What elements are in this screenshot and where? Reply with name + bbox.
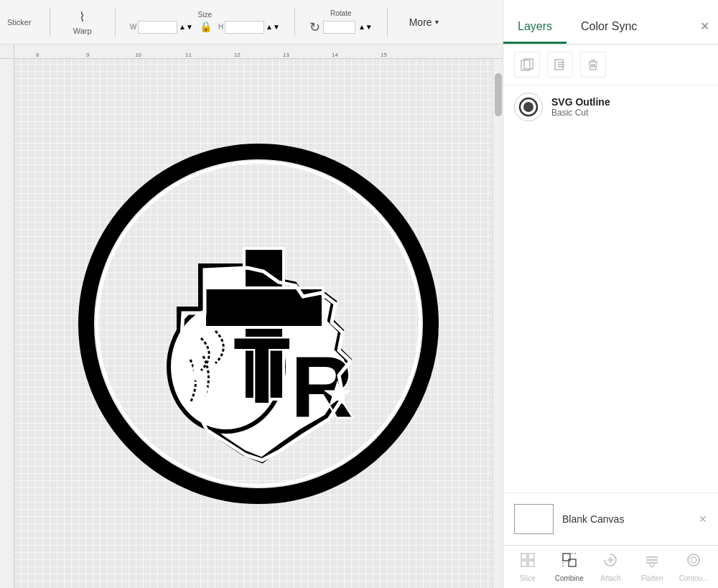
combine-button[interactable]: Combine <box>551 551 587 582</box>
design-svg[interactable]: T R <box>72 137 445 510</box>
height-input[interactable] <box>225 21 264 34</box>
scrollbar-vertical[interactable] <box>493 59 503 588</box>
tab-layers[interactable]: Layers <box>503 20 567 44</box>
combine-icon <box>561 551 578 572</box>
slice-icon <box>519 551 536 572</box>
ruler-corner <box>0 45 14 59</box>
more-button[interactable]: More <box>402 14 446 31</box>
blank-canvas-thumbnail <box>514 504 554 534</box>
height-stepper[interactable]: ▲▼ <box>266 23 280 31</box>
slice-label: Slice <box>520 574 536 582</box>
ruler-horizontal: 8 9 10 11 12 13 14 15 <box>14 45 503 59</box>
copy-icon <box>520 57 534 72</box>
tab-color-sync[interactable]: Color Sync <box>567 20 651 44</box>
attach-icon <box>602 551 619 572</box>
blank-canvas-close[interactable]: ✕ <box>699 513 707 525</box>
grid-canvas[interactable]: T R <box>14 59 503 588</box>
scrollbar-thumb[interactable] <box>495 73 502 116</box>
copy-to-canvas-button[interactable] <box>514 52 540 78</box>
separator-2 <box>115 8 116 37</box>
warp-tool[interactable]: ⌇ Warp <box>65 9 101 35</box>
combine-label: Combine <box>555 574 584 582</box>
ruler-tick-10: 10 <box>135 52 141 58</box>
svg-rect-23 <box>528 561 534 566</box>
ruler-tick-15: 15 <box>381 52 387 58</box>
size-label: Size <box>198 11 212 19</box>
svg-point-19 <box>523 102 533 112</box>
duplicate-icon <box>553 57 567 72</box>
duplicate-button[interactable] <box>547 52 573 78</box>
flatten-label: Flatten <box>641 574 663 582</box>
svg-rect-22 <box>521 561 527 566</box>
svg-rect-20 <box>521 554 527 559</box>
width-stepper[interactable]: ▲▼ <box>179 23 193 31</box>
ruler-vertical <box>0 59 14 588</box>
sticker-label: Sticker <box>7 18 32 27</box>
lock-icon[interactable]: 🔒 <box>200 21 212 34</box>
blank-canvas-label: Blank Canvas <box>562 513 624 525</box>
ruler-tick-8: 8 <box>36 52 39 58</box>
attach-label: Attach <box>600 574 620 582</box>
panel-tabs: Layers Color Sync ✕ <box>503 0 718 45</box>
warp-label: Warp <box>73 27 92 35</box>
contour-label: Contou... <box>679 574 709 582</box>
panel-toolbar <box>503 45 718 85</box>
svg-point-33 <box>688 554 699 566</box>
size-group: Size W ▲▼ 🔒 H ▲▼ <box>130 11 280 34</box>
panel-spacer <box>503 129 718 493</box>
slice-button[interactable]: Slice <box>510 551 546 582</box>
rotate-group: Rotate ↻ ▲▼ <box>309 9 373 35</box>
blank-canvas-area[interactable]: Blank Canvas ✕ <box>503 493 718 545</box>
layer-thumbnail <box>514 93 543 121</box>
svg-text:T: T <box>233 318 290 423</box>
layer-type: Basic Cut <box>551 108 707 118</box>
svg-rect-21 <box>528 554 534 559</box>
layer-thumb-svg <box>518 97 538 117</box>
width-input[interactable] <box>138 21 177 34</box>
ruler-tick-12: 12 <box>234 52 241 58</box>
rotate-icon: ↻ <box>309 19 320 35</box>
ruler-tick-9: 9 <box>86 52 89 58</box>
warp-icon: ⌇ <box>79 9 85 25</box>
layer-item-svg-outline[interactable]: SVG Outline Basic Cut <box>503 85 718 129</box>
rotate-input[interactable] <box>323 21 355 34</box>
right-panel: Layers Color Sync ✕ <box>503 0 718 588</box>
bottom-actions: Slice Combine Attach <box>503 545 718 588</box>
separator-1 <box>50 8 50 37</box>
ruler-tick-13: 13 <box>283 52 289 58</box>
flatten-button[interactable]: Flatten <box>634 551 670 582</box>
rotate-stepper[interactable]: ▲▼ <box>358 23 373 31</box>
panel-close-button[interactable]: ✕ <box>691 19 718 44</box>
separator-3 <box>294 8 295 37</box>
flatten-icon <box>643 551 661 572</box>
delete-icon <box>586 57 600 72</box>
layer-info: SVG Outline Basic Cut <box>551 96 707 118</box>
ruler-tick-14: 14 <box>332 52 338 58</box>
attach-button[interactable]: Attach <box>592 551 628 582</box>
ruler-tick-11: 11 <box>185 52 192 58</box>
rotate-label: Rotate <box>330 9 351 17</box>
contour-button[interactable]: Contou... <box>676 551 712 582</box>
main-canvas: 8 9 10 11 12 13 14 15 <box>0 45 503 588</box>
separator-4 <box>387 8 388 37</box>
delete-button[interactable] <box>580 52 606 78</box>
contour-icon <box>685 551 702 572</box>
layer-name: SVG Outline <box>551 96 707 108</box>
svg-point-34 <box>691 557 696 563</box>
